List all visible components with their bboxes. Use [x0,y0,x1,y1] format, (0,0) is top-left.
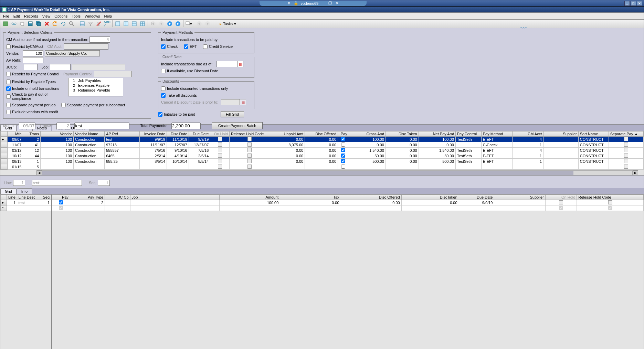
scol-supplier[interactable]: Supplier [494,195,545,200]
col-unpaid[interactable]: Unpaid Amt [270,131,305,137]
sep-per-sub-checkbox[interactable] [61,103,66,107]
col-cmacct[interactable]: CM Acct [512,131,543,137]
col-vname[interactable]: Vendor Name [74,131,105,137]
minimize-button[interactable]: _ [624,1,630,6]
detail-new-row[interactable]: * [1,205,51,211]
detail-row[interactable]: ▸ 1 test 1 [1,200,51,205]
glasses-icon[interactable] [10,20,18,28]
table-row[interactable]: 11/07 41 100 Construction 97213 11/11/07… [1,142,644,148]
detail-new-row[interactable] [52,205,644,211]
delete-icon[interactable] [43,20,51,28]
table-row[interactable]: ▸ 09/07 2 100 Construction test 9/9/19 1… [1,137,644,142]
line-desc-input[interactable] [32,180,82,186]
pay-checkbox[interactable] [341,159,345,163]
col-paymethod[interactable]: Pay Method [481,131,512,137]
take-all-checkbox[interactable] [161,93,166,98]
pay-checkbox[interactable] [341,142,345,147]
vendor-input[interactable] [23,50,43,56]
scol-pay[interactable]: Pay [52,195,70,200]
detail-grid-left[interactable]: Line Line Desc Seq ▸ 1 test 1 * [0,194,51,211]
col-discoff[interactable]: Disc Offered [305,131,338,137]
back-icon[interactable] [196,20,203,28]
filter-icon[interactable] [87,20,94,28]
forward-icon[interactable] [204,20,211,28]
scol-seq[interactable]: Seq [41,195,51,200]
detail-grid-right[interactable]: Pay Pay Type JC Co Job Amount Tax Disc O… [52,194,644,211]
last-icon[interactable] [174,20,182,28]
eft-checkbox[interactable] [184,44,188,49]
scol-disctaken[interactable]: DiscTaken [401,195,459,200]
spellcheck-icon[interactable]: ABC✓ [103,20,111,28]
undo-icon[interactable] [51,20,59,28]
col-release[interactable]: Release Hold Code [230,131,270,137]
close-button[interactable]: ✕ [637,1,642,6]
create-batch-button[interactable]: Create Payment Batch [212,122,263,129]
restrict-payable-checkbox[interactable] [6,80,11,84]
col-seppay[interactable]: Separate Pay ▲ [609,131,643,137]
col-onhold[interactable]: On Hold [210,131,230,137]
menu-tools[interactable]: Tools [72,14,81,18]
job-input[interactable] [50,64,71,70]
col-sortname[interactable]: Sort Name [578,131,609,137]
scol-onhold[interactable]: On Hold [545,195,577,200]
menu-records[interactable]: Records [24,14,38,18]
check-checkbox[interactable] [161,44,166,49]
table-row[interactable]: 10/12 44 100 Construction 6465 2/5/14 4/… [1,153,644,159]
window2-icon[interactable] [122,20,130,28]
calendar-icon[interactable]: ▦ [237,61,243,67]
grid-icon[interactable] [78,20,86,28]
window1-icon[interactable] [114,20,122,28]
use-discount-date-checkbox[interactable] [161,69,166,73]
new-icon[interactable] [2,20,9,28]
col-mth[interactable]: Mth [8,131,23,137]
pay-checkbox[interactable] [341,148,345,152]
detail-pay-checkbox[interactable] [59,200,63,204]
due-as-of-input[interactable] [217,61,237,67]
fill-grid-button[interactable]: Fill Grid [221,111,244,117]
include-hold-checkbox[interactable] [6,86,11,91]
next-icon[interactable] [166,20,173,28]
mdi-restore-icon[interactable]: ❐ [328,1,332,6]
mdi-close-icon[interactable]: ✕ [335,1,339,6]
col-supplier[interactable]: Supplier [543,131,579,137]
only-disc-checkbox[interactable] [161,86,166,91]
col-payctrl[interactable]: Pay Control [455,131,481,137]
scol-job[interactable]: Job [130,195,220,200]
hscroll-right-icon[interactable]: ► [633,170,638,175]
hscroll-left-icon[interactable]: ◄ [36,170,42,175]
scol-ptype[interactable]: Pay Type [70,195,105,200]
window4-icon[interactable] [139,20,146,28]
col-vendor[interactable]: Vendor [41,131,74,137]
menu-options[interactable]: Options [54,14,67,18]
prev-icon[interactable] [158,20,165,28]
col-invdate[interactable]: Invoice Date [139,131,167,137]
sub-tab-info[interactable]: Info [17,188,32,194]
first-icon[interactable] [149,20,157,28]
save-all-icon[interactable] [35,20,42,28]
pay-checkbox[interactable] [341,137,345,141]
related-icon[interactable]: ▾ [185,20,192,28]
table-row[interactable]: 01/15 5 [1,164,644,170]
main-grid[interactable]: Mth Trans Vendor Vendor Name AP Ref Invo… [0,131,644,170]
col-pay[interactable]: Pay [338,131,349,137]
menu-edit[interactable]: Edit [13,14,20,18]
scol-discoff[interactable]: Disc Offered [341,195,401,200]
trans-desc-input[interactable] [74,123,129,129]
col-discdate[interactable]: Disc Date [167,131,189,137]
menu-view[interactable]: View [42,14,51,18]
cm-acct-input[interactable] [89,36,110,43]
clear-filter-icon[interactable] [95,20,103,28]
scol-release[interactable]: Release Hold Code [577,195,644,200]
menu-help[interactable]: Help [104,14,112,18]
detail-row[interactable]: 2 100.00 0.00 0.00 0.00 9/9/19 [52,200,644,205]
mdi-min-icon[interactable]: — [321,1,325,6]
tasks-dropdown[interactable]: ▸ Tasks ▾ [217,21,239,27]
sub-tab-grid[interactable]: Grid [0,188,17,194]
table-row[interactable]: 08/13 1 100 Construction 855.25 8/5/14 1… [1,159,644,164]
menu-file[interactable]: File [3,14,9,18]
col-disctaken[interactable]: Disc Taken [386,131,419,137]
jcco-input[interactable] [24,64,38,70]
exclude-credit-checkbox[interactable] [6,110,11,114]
col-gross[interactable]: Gross Amt [349,131,386,137]
menu-windows[interactable]: Windows [85,14,100,18]
